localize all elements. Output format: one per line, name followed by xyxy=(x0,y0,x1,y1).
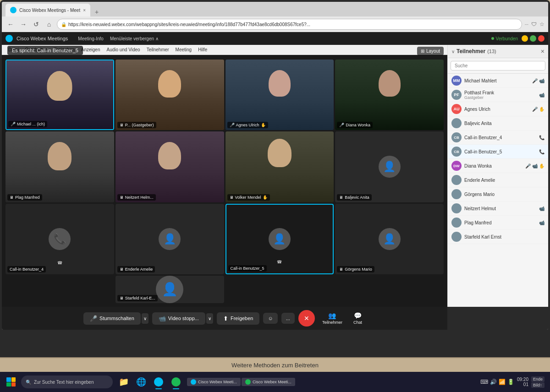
tile-label-starfeld: 🖥 Starfeld Karl-E... xyxy=(117,295,158,301)
emoji-button[interactable]: ☺ xyxy=(263,313,277,324)
tile-label-callin4: Call-in Benutzer_4 xyxy=(7,266,46,272)
forward-button[interactable]: → xyxy=(18,19,28,29)
mute-button[interactable]: 🎤 Stummschalten xyxy=(83,312,141,325)
list-item: Neitzert Helmut 📹 xyxy=(448,201,548,216)
tile-label-volker: 🖥 Volker Mendel ✋ xyxy=(227,194,270,201)
bottom-toolbar: 🎤 Stummschalten ∨ 📹 Video stopp... ∨ ⬆ xyxy=(2,307,447,330)
network-icon[interactable]: 📶 xyxy=(499,379,506,385)
tile-label-anita: 🖥 Baljevic Anita xyxy=(337,194,372,201)
menu-teilnehmer[interactable]: Teilnehmer xyxy=(144,46,172,53)
url-display: https://kreis-neuwied.webex.com/webappng… xyxy=(68,22,518,27)
share-icon: ⬆ xyxy=(223,315,228,322)
active-tab[interactable]: Cisco Webex Meetings - Meet × xyxy=(6,4,90,16)
taskbar-search[interactable]: 🔍 Zur Suche Text hier eingeben xyxy=(21,376,113,388)
browser-window: Cisco Webex Meetings - Meet × + ← → ↺ ⌂ … xyxy=(2,2,548,330)
video-tile-callin5: 👤 ☎ Call-in Benutzer_5 xyxy=(226,204,334,274)
screen-icon-neitzert: 🖥 xyxy=(120,195,124,200)
tile-name-p: P... (Gastgeber) xyxy=(125,123,154,127)
video-tile-neitzert: 🖥 Neitzert Helm... xyxy=(116,131,224,202)
video-icon: 📹 xyxy=(539,206,544,211)
more-options-button[interactable]: ... xyxy=(281,313,295,324)
webex-meeting-info[interactable]: Meeting-Info xyxy=(75,35,106,42)
taskbar-right: ⌨ 🔊 📶 🔋 09:20 01 Ende Bild↑ xyxy=(480,376,548,388)
face-simulation xyxy=(47,71,72,101)
tile-name-diana: Diana Wonka xyxy=(346,123,370,127)
bild-button[interactable]: Bild↑ xyxy=(531,382,544,388)
refresh-button[interactable]: ↺ xyxy=(31,19,41,29)
bottom-strip-text: Weitere Methoden zum Beitreten xyxy=(231,362,319,369)
tab-close-button[interactable]: × xyxy=(83,8,86,13)
webex-menu-hide[interactable]: Menüleiste verbergen ∧ xyxy=(107,35,161,42)
maximize-button[interactable] xyxy=(530,35,536,42)
taskbar-webex-2[interactable]: Cisco Webex Meeti... xyxy=(242,378,295,386)
list-item: CB Call-in Benutzer_5 📞 xyxy=(448,145,548,159)
tile-name-gorgens: Görgens Mario xyxy=(345,267,372,272)
screen-icon-gorgens: 🖥 xyxy=(339,267,343,272)
mute-button-group: 🎤 Stummschalten ∨ xyxy=(83,312,148,325)
close-button[interactable] xyxy=(538,35,544,42)
keyboard-icon[interactable]: ⌨ xyxy=(480,379,488,385)
sidebar-header: ∨ Teilnehmer (13) × xyxy=(448,45,548,58)
new-tab-button[interactable]: + xyxy=(92,7,101,16)
list-item: AU Agnes Ulrich 🎤 ✋ xyxy=(448,102,548,116)
phone-icon: 📞 xyxy=(539,135,544,140)
tile-name-starfeld: Starfeld Karl-E... xyxy=(125,296,155,300)
avatar-anita: 👤 xyxy=(379,156,401,178)
menu-meeting[interactable]: Meeting xyxy=(173,46,195,53)
tile-label-neitzert: 🖥 Neitzert Helm... xyxy=(117,194,156,201)
tile-label-enderle: 🖥 Enderle Amelie xyxy=(117,266,155,272)
video-icon: 📹 xyxy=(532,163,538,169)
video-dropdown-button[interactable]: ∨ xyxy=(206,313,213,324)
taskbar: 🔍 Zur Suche Text hier eingeben 📁 🌐 Cisco… xyxy=(0,372,550,392)
volume-icon[interactable]: 🔊 xyxy=(490,379,497,385)
participant-name: Agnes Ulrich xyxy=(464,107,529,112)
face-simulation-neitzert xyxy=(158,142,181,169)
browser-shield-icon: 🛡 xyxy=(531,21,537,27)
avatar xyxy=(451,118,462,128)
mute-dropdown-button[interactable]: ∨ xyxy=(142,313,148,324)
taskbar-app-edge[interactable]: 🌐 xyxy=(133,374,149,390)
avatar-callin4: 📞 xyxy=(49,228,71,250)
ende-button[interactable]: Ende xyxy=(531,376,544,382)
taskbar-app-webex1[interactable] xyxy=(150,374,167,390)
address-bar[interactable]: 🔒 https://kreis-neuwied.webex.com/webapp… xyxy=(57,19,522,30)
participants-label: Teilnehmer xyxy=(322,320,342,325)
chat-button[interactable]: 💬 Chat xyxy=(350,310,366,327)
search-input[interactable] xyxy=(451,61,545,71)
webex-app-title: Cisco Webex Meetings xyxy=(16,36,68,41)
webex-small-icon-2 xyxy=(245,379,251,385)
minimize-button[interactable] xyxy=(522,35,528,42)
avatar: PF xyxy=(451,90,462,100)
avatar-starfeld: 👤 xyxy=(156,276,183,303)
tab-favicon xyxy=(10,7,16,13)
home-button[interactable]: ⌂ xyxy=(44,19,54,29)
browser-menu-dots[interactable]: ··· xyxy=(525,22,528,27)
share-button[interactable]: ⬆ Freigeben xyxy=(217,312,260,325)
participant-subtitle: Gastgeber xyxy=(464,95,536,100)
battery-icon[interactable]: 🔋 xyxy=(507,379,514,385)
menu-audio-video[interactable]: Audio und Video xyxy=(104,46,143,53)
sidebar-close-button[interactable]: × xyxy=(541,48,544,55)
list-item: DW Diana Wonka 🎤 📹 ✋ xyxy=(448,159,548,173)
video-tile-starfeld: 👤 🖥 Starfeld Karl-E... xyxy=(116,276,224,303)
end-call-button[interactable]: ✕ xyxy=(298,310,315,327)
participant-name: Potthast Frank xyxy=(464,90,536,95)
sidebar-bottom-area xyxy=(447,307,548,330)
avatar: AU xyxy=(451,104,462,114)
taskbar-webex-1[interactable]: Cisco Webex Meeti... xyxy=(187,378,241,386)
menu-hilfe[interactable]: Hilfe xyxy=(195,46,210,53)
connected-label: Verbunden xyxy=(496,36,518,41)
emoji-icon: ☺ xyxy=(268,316,273,321)
participants-button[interactable]: 👥 Teilnehmer xyxy=(319,310,346,327)
video-button[interactable]: 📹 Video stopp... xyxy=(152,312,205,325)
taskbar-app-webex2[interactable] xyxy=(168,374,184,390)
back-button[interactable]: ← xyxy=(6,19,16,29)
webex-titlebar-right: Verbunden xyxy=(491,35,544,42)
browser-star-icon[interactable]: ☆ xyxy=(539,21,544,27)
connected-dot-icon xyxy=(491,37,494,40)
start-button[interactable] xyxy=(2,373,20,391)
list-item: MM Michael Mahlert 🎤 📹 xyxy=(448,74,548,88)
layout-button[interactable]: ⊞ Layout xyxy=(417,47,444,55)
taskbar-app-explorer[interactable]: 📁 xyxy=(116,374,132,390)
folder-icon: 📁 xyxy=(119,377,129,387)
